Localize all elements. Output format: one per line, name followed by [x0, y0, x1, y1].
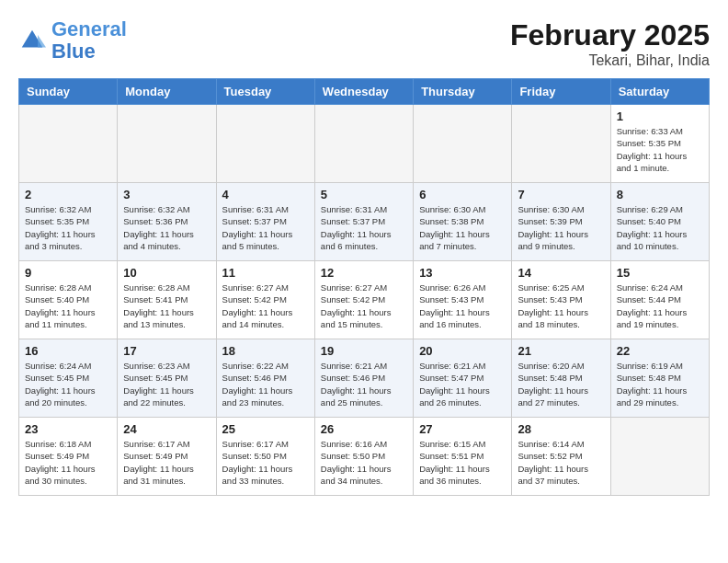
- day-number: 7: [518, 188, 604, 201]
- day-info: Sunrise: 6:32 AM Sunset: 5:36 PM Dayligh…: [123, 203, 210, 252]
- day-number: 2: [25, 188, 111, 201]
- day-info: Sunrise: 6:17 AM Sunset: 5:50 PM Dayligh…: [222, 438, 309, 487]
- day-number: 19: [321, 344, 407, 358]
- calendar-cell: 4Sunrise: 6:31 AM Sunset: 5:37 PM Daylig…: [216, 183, 314, 261]
- day-info: Sunrise: 6:31 AM Sunset: 5:37 PM Dayligh…: [321, 203, 407, 252]
- day-info: Sunrise: 6:15 AM Sunset: 5:51 PM Dayligh…: [419, 438, 506, 487]
- calendar-cell: 16Sunrise: 6:24 AM Sunset: 5:45 PM Dayli…: [19, 339, 118, 418]
- calendar-cell: 6Sunrise: 6:30 AM Sunset: 5:38 PM Daylig…: [414, 183, 512, 261]
- calendar: SundayMondayTuesdayWednesdayThursdayFrid…: [18, 78, 710, 496]
- weekday-header-thursday: Thursday: [414, 79, 512, 105]
- day-info: Sunrise: 6:25 AM Sunset: 5:43 PM Dayligh…: [518, 282, 604, 330]
- logo-blue: Blue: [51, 40, 96, 63]
- day-number: 8: [617, 188, 703, 201]
- logo-text: General Blue: [51, 18, 127, 63]
- location: Tekari, Bihar, India: [510, 52, 710, 69]
- calendar-cell: 8Sunrise: 6:29 AM Sunset: 5:40 PM Daylig…: [610, 183, 709, 261]
- day-number: 24: [123, 422, 210, 436]
- day-number: 4: [222, 188, 309, 201]
- day-number: 9: [25, 266, 111, 280]
- day-info: Sunrise: 6:29 AM Sunset: 5:40 PM Dayligh…: [617, 203, 703, 252]
- day-info: Sunrise: 6:28 AM Sunset: 5:40 PM Dayligh…: [25, 282, 111, 330]
- day-number: 25: [222, 422, 309, 436]
- calendar-cell: [512, 105, 610, 183]
- calendar-cell: [216, 105, 314, 183]
- week-row-2: 2Sunrise: 6:32 AM Sunset: 5:35 PM Daylig…: [19, 183, 710, 261]
- calendar-cell: 17Sunrise: 6:23 AM Sunset: 5:45 PM Dayli…: [118, 339, 216, 418]
- day-number: 18: [222, 344, 309, 358]
- day-info: Sunrise: 6:23 AM Sunset: 5:45 PM Dayligh…: [123, 360, 210, 408]
- calendar-cell: 1Sunrise: 6:33 AM Sunset: 5:35 PM Daylig…: [610, 105, 709, 183]
- day-number: 3: [123, 188, 210, 201]
- day-info: Sunrise: 6:27 AM Sunset: 5:42 PM Dayligh…: [222, 282, 309, 330]
- day-info: Sunrise: 6:26 AM Sunset: 5:43 PM Dayligh…: [419, 282, 506, 330]
- day-number: 5: [321, 188, 407, 201]
- calendar-cell: [19, 105, 118, 183]
- day-info: Sunrise: 6:20 AM Sunset: 5:48 PM Dayligh…: [518, 360, 604, 408]
- day-info: Sunrise: 6:17 AM Sunset: 5:49 PM Dayligh…: [123, 438, 210, 487]
- day-info: Sunrise: 6:21 AM Sunset: 5:47 PM Dayligh…: [419, 360, 506, 408]
- day-info: Sunrise: 6:22 AM Sunset: 5:46 PM Dayligh…: [222, 360, 309, 408]
- day-number: 28: [518, 422, 604, 436]
- calendar-cell: 27Sunrise: 6:15 AM Sunset: 5:51 PM Dayli…: [414, 418, 512, 496]
- day-info: Sunrise: 6:30 AM Sunset: 5:38 PM Dayligh…: [419, 203, 506, 252]
- calendar-cell: [314, 105, 413, 183]
- page-header: General Blue February 2025 Tekari, Bihar…: [18, 18, 710, 69]
- week-row-5: 23Sunrise: 6:18 AM Sunset: 5:49 PM Dayli…: [19, 418, 710, 496]
- day-number: 20: [419, 344, 506, 358]
- day-number: 14: [518, 266, 604, 280]
- day-info: Sunrise: 6:32 AM Sunset: 5:35 PM Dayligh…: [25, 203, 111, 252]
- logo-general: General: [51, 17, 127, 40]
- calendar-cell: 3Sunrise: 6:32 AM Sunset: 5:36 PM Daylig…: [118, 183, 216, 261]
- calendar-cell: [414, 105, 512, 183]
- weekday-header-row: SundayMondayTuesdayWednesdayThursdayFrid…: [19, 79, 710, 105]
- day-number: 27: [419, 422, 506, 436]
- day-number: 6: [419, 188, 506, 201]
- day-info: Sunrise: 6:24 AM Sunset: 5:45 PM Dayligh…: [25, 360, 111, 408]
- day-info: Sunrise: 6:14 AM Sunset: 5:52 PM Dayligh…: [518, 438, 604, 487]
- calendar-cell: 5Sunrise: 6:31 AM Sunset: 5:37 PM Daylig…: [314, 183, 413, 261]
- calendar-cell: 25Sunrise: 6:17 AM Sunset: 5:50 PM Dayli…: [216, 418, 314, 496]
- calendar-cell: 26Sunrise: 6:16 AM Sunset: 5:50 PM Dayli…: [314, 418, 413, 496]
- day-number: 22: [617, 344, 703, 358]
- logo-icon: [18, 27, 46, 54]
- day-info: Sunrise: 6:18 AM Sunset: 5:49 PM Dayligh…: [25, 438, 111, 487]
- day-info: Sunrise: 6:24 AM Sunset: 5:44 PM Dayligh…: [617, 282, 703, 330]
- week-row-4: 16Sunrise: 6:24 AM Sunset: 5:45 PM Dayli…: [19, 339, 710, 418]
- calendar-cell: 28Sunrise: 6:14 AM Sunset: 5:52 PM Dayli…: [512, 418, 610, 496]
- calendar-cell: 23Sunrise: 6:18 AM Sunset: 5:49 PM Dayli…: [19, 418, 118, 496]
- weekday-header-tuesday: Tuesday: [216, 79, 314, 105]
- calendar-cell: 9Sunrise: 6:28 AM Sunset: 5:40 PM Daylig…: [19, 261, 118, 339]
- logo: General Blue: [18, 18, 127, 63]
- day-info: Sunrise: 6:21 AM Sunset: 5:46 PM Dayligh…: [321, 360, 407, 408]
- month-year: February 2025: [510, 18, 710, 52]
- day-number: 12: [321, 266, 407, 280]
- calendar-cell: [118, 105, 216, 183]
- weekday-header-monday: Monday: [118, 79, 216, 105]
- calendar-cell: 15Sunrise: 6:24 AM Sunset: 5:44 PM Dayli…: [610, 261, 709, 339]
- weekday-header-friday: Friday: [512, 79, 610, 105]
- day-number: 21: [518, 344, 604, 358]
- calendar-cell: 22Sunrise: 6:19 AM Sunset: 5:48 PM Dayli…: [610, 339, 709, 418]
- calendar-cell: 20Sunrise: 6:21 AM Sunset: 5:47 PM Dayli…: [414, 339, 512, 418]
- day-number: 23: [25, 422, 111, 436]
- day-number: 15: [617, 266, 703, 280]
- weekday-header-saturday: Saturday: [610, 79, 709, 105]
- day-info: Sunrise: 6:16 AM Sunset: 5:50 PM Dayligh…: [321, 438, 407, 487]
- svg-marker-1: [38, 35, 46, 48]
- calendar-cell: 2Sunrise: 6:32 AM Sunset: 5:35 PM Daylig…: [19, 183, 118, 261]
- title-block: February 2025 Tekari, Bihar, India: [510, 18, 710, 69]
- day-info: Sunrise: 6:30 AM Sunset: 5:39 PM Dayligh…: [518, 203, 604, 252]
- calendar-cell: 12Sunrise: 6:27 AM Sunset: 5:42 PM Dayli…: [314, 261, 413, 339]
- weekday-header-wednesday: Wednesday: [314, 79, 413, 105]
- day-info: Sunrise: 6:31 AM Sunset: 5:37 PM Dayligh…: [222, 203, 309, 252]
- week-row-3: 9Sunrise: 6:28 AM Sunset: 5:40 PM Daylig…: [19, 261, 710, 339]
- calendar-cell: 18Sunrise: 6:22 AM Sunset: 5:46 PM Dayli…: [216, 339, 314, 418]
- day-info: Sunrise: 6:19 AM Sunset: 5:48 PM Dayligh…: [617, 360, 703, 408]
- calendar-cell: 11Sunrise: 6:27 AM Sunset: 5:42 PM Dayli…: [216, 261, 314, 339]
- calendar-cell: 13Sunrise: 6:26 AM Sunset: 5:43 PM Dayli…: [414, 261, 512, 339]
- day-number: 16: [25, 344, 111, 358]
- day-number: 10: [123, 266, 210, 280]
- calendar-cell: 14Sunrise: 6:25 AM Sunset: 5:43 PM Dayli…: [512, 261, 610, 339]
- day-number: 11: [222, 266, 309, 280]
